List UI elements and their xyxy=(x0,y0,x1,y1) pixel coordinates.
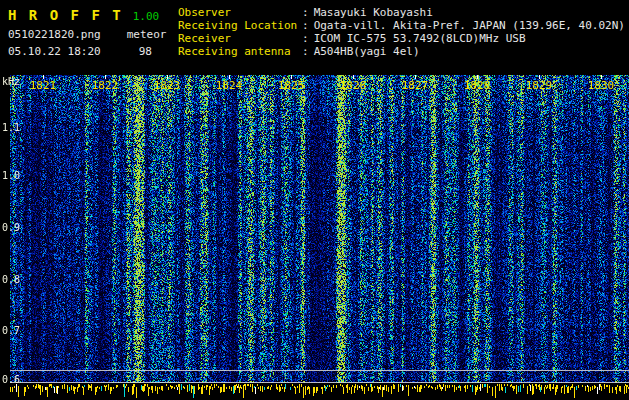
capture-datetime: 05.10.22 18:20 xyxy=(8,45,101,58)
freq-unit-label: kHz xyxy=(2,76,20,87)
info-colon: : xyxy=(302,45,309,58)
info-row-antenna: Receiving antenna:A504HB(yagi 4el) xyxy=(178,45,625,58)
time-label: 1830 xyxy=(585,79,617,92)
capture-filename: 0510221820.png xyxy=(8,28,101,41)
time-label: 1828 xyxy=(461,79,493,92)
date-row: 05.10.22 18:2098 xyxy=(8,45,166,58)
info-value: A504HB(yagi 4el) xyxy=(314,45,420,58)
info-colon: : xyxy=(302,32,309,45)
freq-label: 1.0 xyxy=(2,170,20,181)
file-row: 0510221820.pngmeteor xyxy=(8,28,166,41)
echo-count: 98 xyxy=(139,45,152,58)
time-label: 1827 xyxy=(399,79,431,92)
time-label: 1824 xyxy=(213,79,245,92)
time-label: 1821 xyxy=(27,79,59,92)
time-label: 1826 xyxy=(337,79,369,92)
spectrogram-canvas xyxy=(10,75,629,383)
info-label: Receiver xyxy=(178,32,302,45)
station-info: Observer:Masayuki Kobayashi Receiving Lo… xyxy=(178,6,625,58)
time-label: 1823 xyxy=(151,79,183,92)
freq-label: 0.6 xyxy=(2,374,20,385)
time-label: 1822 xyxy=(89,79,121,92)
info-value: Masayuki Kobayashi xyxy=(314,6,433,19)
info-row-location: Receiving Location:Ogata-vill. Akita-Pre… xyxy=(178,19,625,32)
freq-label: 0.9 xyxy=(2,222,20,233)
freq-label: 1.1 xyxy=(2,122,20,133)
info-row-receiver: Receiver:ICOM IC-575 53.7492(8LCD)MHz US… xyxy=(178,32,625,45)
info-label: Receiving Location xyxy=(178,19,302,32)
time-axis: 1821 1822 1823 1824 1825 1826 1827 1828 … xyxy=(0,79,629,92)
app-version: 1.00 xyxy=(133,10,160,23)
header-left: H R O F F T1.00 0510221820.pngmeteor 05.… xyxy=(8,5,166,58)
info-colon: : xyxy=(302,6,309,19)
freq-label: 0.8 xyxy=(2,274,20,285)
info-value: Ogata-vill. Akita-Pref. JAPAN (139.96E, … xyxy=(314,19,625,32)
signal-strip-canvas xyxy=(0,383,629,400)
mode-label: meteor xyxy=(127,28,167,41)
info-row-observer: Observer:Masayuki Kobayashi xyxy=(178,6,625,19)
hrofft-screen: H R O F F T1.00 0510221820.pngmeteor 05.… xyxy=(0,0,629,400)
title-row: H R O F F T1.00 xyxy=(8,5,166,24)
info-label: Receiving antenna xyxy=(178,45,302,58)
time-label: 1825 xyxy=(275,79,307,92)
time-label: 1829 xyxy=(523,79,555,92)
info-value: ICOM IC-575 53.7492(8LCD)MHz USB xyxy=(314,32,526,45)
info-colon: : xyxy=(302,19,309,32)
info-label: Observer xyxy=(178,6,302,19)
freq-label: 0.7 xyxy=(2,325,20,336)
app-title: H R O F F T xyxy=(8,7,123,23)
